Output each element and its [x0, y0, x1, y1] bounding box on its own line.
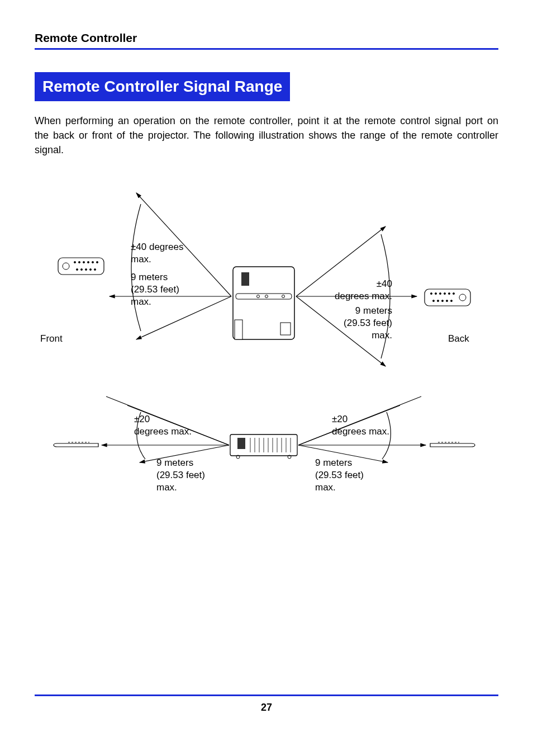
svg-point-29: [430, 293, 432, 295]
svg-rect-41: [237, 438, 245, 449]
svg-point-33: [448, 293, 450, 295]
svg-point-38: [446, 300, 448, 302]
projector-side-icon: [230, 434, 297, 459]
svg-point-18: [96, 262, 98, 263]
label-back: Back: [448, 333, 469, 345]
svg-point-22: [89, 269, 91, 271]
svg-point-16: [87, 262, 89, 263]
svg-rect-7: [280, 323, 291, 335]
svg-point-36: [437, 300, 439, 302]
svg-point-19: [76, 269, 78, 271]
svg-point-35: [432, 300, 434, 302]
svg-point-34: [453, 293, 454, 295]
page-footer: 27: [35, 694, 498, 714]
svg-rect-11: [58, 258, 104, 275]
label-side-left-dist: 9 meters (29.53 feet) max.: [156, 457, 205, 494]
svg-rect-2: [236, 294, 292, 299]
svg-point-39: [450, 300, 452, 302]
body-paragraph: When performing an operation on the remo…: [35, 114, 498, 157]
svg-point-14: [78, 262, 80, 263]
footer-rule: [35, 694, 498, 696]
svg-rect-27: [425, 289, 470, 306]
label-side-right-dist: 9 meters (29.53 feet) max.: [315, 457, 364, 494]
svg-point-23: [94, 269, 96, 271]
svg-point-20: [80, 269, 82, 271]
remote-front-icon: [58, 258, 104, 275]
label-back-angle: ±40 degrees max.: [331, 278, 392, 303]
diagram-svg: [35, 177, 498, 535]
label-front: Front: [40, 333, 63, 345]
side-remote-left-icon: [54, 442, 98, 447]
running-head: Remote Controller: [35, 31, 498, 45]
svg-rect-1: [241, 272, 249, 286]
projector-top-icon: [233, 267, 294, 339]
label-front-dist: 9 meters (29.53 feet) max.: [131, 271, 179, 308]
side-remote-right-icon: [430, 442, 475, 447]
page-number: 27: [35, 702, 498, 714]
label-side-left-angle: ±20 degrees max.: [134, 413, 192, 438]
header-rule: [35, 48, 498, 50]
svg-point-31: [439, 293, 441, 295]
remote-back-icon: [425, 289, 470, 306]
label-back-dist: 9 meters (29.53 feet) max.: [331, 305, 392, 342]
svg-point-30: [435, 293, 436, 295]
section-title: Remote Controller Signal Range: [35, 72, 290, 101]
svg-point-13: [74, 262, 75, 263]
svg-point-32: [444, 293, 445, 295]
svg-point-21: [85, 269, 87, 271]
svg-point-37: [441, 300, 443, 302]
front-cone: [110, 193, 231, 339]
svg-rect-6: [235, 320, 242, 339]
label-side-right-angle: ±20 degrees max.: [332, 413, 389, 438]
label-front-angle: ±40 degrees max.: [131, 241, 183, 266]
figure-signal-range: Front Back ±40 degrees max. 9 meters (29…: [35, 177, 498, 535]
svg-point-15: [83, 262, 84, 263]
svg-point-17: [92, 262, 93, 263]
